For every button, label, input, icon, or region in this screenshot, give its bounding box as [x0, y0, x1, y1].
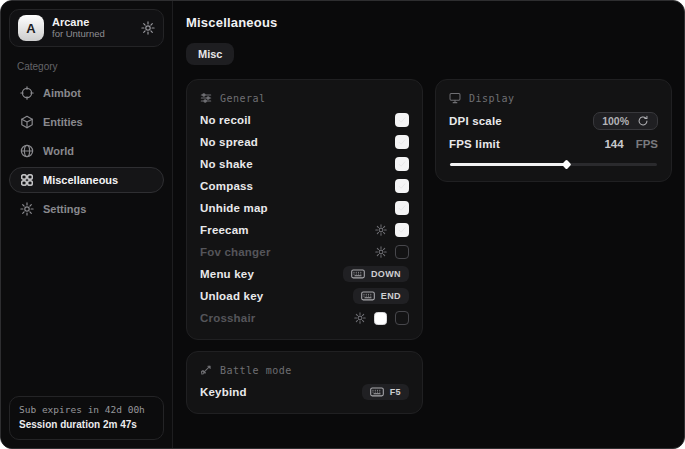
row-controls [375, 223, 409, 237]
keyboard-icon [370, 387, 384, 397]
slider-value: 144 [604, 138, 623, 150]
row-fps-limit: FPS limit144FPS [449, 133, 658, 155]
sidebar-item-settings[interactable]: Settings [9, 196, 164, 222]
row-controls: 100% [593, 112, 658, 130]
sidebar-item-label: World [43, 145, 74, 157]
check-icon [397, 159, 407, 169]
crosshair-icon [20, 86, 34, 100]
left-column: GeneralNo recoilNo spreadNo shakeCompass… [186, 79, 423, 414]
app-subtitle: for Unturned [52, 29, 105, 40]
checkbox-fov-changer[interactable] [395, 245, 409, 259]
sword-icon [200, 364, 212, 376]
checkbox-no-spread[interactable] [395, 135, 409, 149]
sidebar-item-label: Entities [43, 116, 83, 128]
session-duration-text: Session duration 2m 47s [19, 417, 154, 432]
slider-fps-limit[interactable] [450, 159, 657, 169]
row-keybind: KeybindF5 [200, 381, 409, 403]
row-controls [395, 157, 409, 171]
checkbox-unhide-map[interactable] [395, 201, 409, 215]
row-controls [395, 201, 409, 215]
keybind-button-keybind[interactable]: F5 [362, 384, 409, 400]
app-window: A Arcane for Unturned Category AimbotEnt… [0, 0, 685, 449]
row-unload-key: Unload keyEND [200, 285, 409, 307]
sidebar-item-label: Miscellaneous [43, 174, 118, 186]
keybind-value: DOWN [371, 269, 401, 279]
settings-gear-icon[interactable] [141, 21, 155, 35]
right-column: DisplayDPI scale100%FPS limit144FPS [435, 79, 672, 182]
checkbox-freecam[interactable] [395, 223, 409, 237]
status-card: Sub expires in 42d 00h Session duration … [9, 396, 164, 440]
keybind-value: F5 [390, 387, 401, 397]
monitor-icon [449, 92, 461, 104]
row-fov-changer: Fov changer [200, 241, 409, 263]
sidebar-item-entities[interactable]: Entities [9, 109, 164, 135]
sidebar-nav: AimbotEntitiesWorldMiscellaneousSettings [9, 78, 164, 223]
row-controls: END [353, 288, 409, 304]
row-controls [395, 113, 409, 127]
stepper-dpi-scale[interactable]: 100% [593, 112, 658, 130]
row-no-shake: No shake [200, 153, 409, 175]
row-compass: Compass [200, 175, 409, 197]
panel-battle-mode: Battle modeKeybindF5 [186, 351, 423, 414]
row-controls [395, 179, 409, 193]
checkbox-compass[interactable] [395, 179, 409, 193]
checkbox-crosshair[interactable] [395, 311, 409, 325]
panel-general: GeneralNo recoilNo spreadNo shakeCompass… [186, 79, 423, 340]
keyboard-icon [351, 269, 365, 279]
sidebar: A Arcane for Unturned Category AimbotEnt… [1, 1, 173, 448]
color-swatch-crosshair[interactable] [374, 312, 387, 325]
checkbox-no-shake[interactable] [395, 157, 409, 171]
keybind-value: END [381, 291, 401, 301]
gear-icon [20, 202, 34, 216]
row-controls [354, 311, 409, 325]
app-meta: Arcane for Unturned [52, 16, 105, 40]
row-menu-key: Menu keyDOWN [200, 263, 409, 285]
keyboard-icon [361, 291, 375, 301]
cube-icon [20, 115, 34, 129]
checkbox-no-recoil[interactable] [395, 113, 409, 127]
row-label: Keybind [200, 386, 247, 398]
row-label: FPS limit [449, 138, 500, 150]
tab-row: Misc [186, 43, 668, 65]
tab-misc[interactable]: Misc [186, 43, 234, 65]
sidebar-item-label: Aimbot [43, 87, 81, 99]
panel-header-display: Display [449, 92, 658, 104]
gear-icon[interactable] [375, 246, 387, 258]
slider-unit: FPS [636, 138, 658, 150]
row-label: No shake [200, 158, 253, 170]
row-label: No recoil [200, 114, 251, 126]
slider-thumb[interactable] [561, 159, 571, 169]
sidebar-item-aimbot[interactable]: Aimbot [9, 80, 164, 106]
row-controls [395, 135, 409, 149]
keybind-button-unload-key[interactable]: END [353, 288, 409, 304]
panel-title: Display [469, 93, 515, 104]
row-label: Unload key [200, 290, 263, 302]
check-icon [397, 115, 407, 125]
stepper-value: 100% [602, 115, 629, 127]
row-no-spread: No spread [200, 131, 409, 153]
row-label: Crosshair [200, 312, 256, 324]
category-label: Category [17, 61, 156, 72]
keybind-button-menu-key[interactable]: DOWN [343, 266, 409, 282]
gear-icon[interactable] [354, 312, 366, 324]
row-label: No spread [200, 136, 258, 148]
sidebar-item-label: Settings [43, 203, 86, 215]
check-icon [397, 137, 407, 147]
refresh-icon[interactable] [637, 115, 649, 127]
panels-area: GeneralNo recoilNo spreadNo shakeCompass… [186, 79, 668, 414]
app-name: Arcane [52, 16, 105, 29]
app-logo: A [18, 15, 44, 41]
panel-display: DisplayDPI scale100%FPS limit144FPS [435, 79, 672, 182]
row-label: Unhide map [200, 202, 268, 214]
sliders-icon [200, 92, 212, 104]
page-title: Miscellaneous [186, 15, 668, 30]
check-icon [397, 181, 407, 191]
main-content: Miscellaneous Misc GeneralNo recoilNo sp… [173, 1, 684, 448]
sidebar-item-miscellaneous[interactable]: Miscellaneous [9, 167, 164, 193]
globe-icon [20, 144, 34, 158]
slider-fill [450, 163, 566, 166]
sidebar-item-world[interactable]: World [9, 138, 164, 164]
gear-icon[interactable] [375, 224, 387, 236]
sub-expiry-text: Sub expires in 42d 00h [19, 403, 154, 417]
row-label: Compass [200, 180, 253, 192]
